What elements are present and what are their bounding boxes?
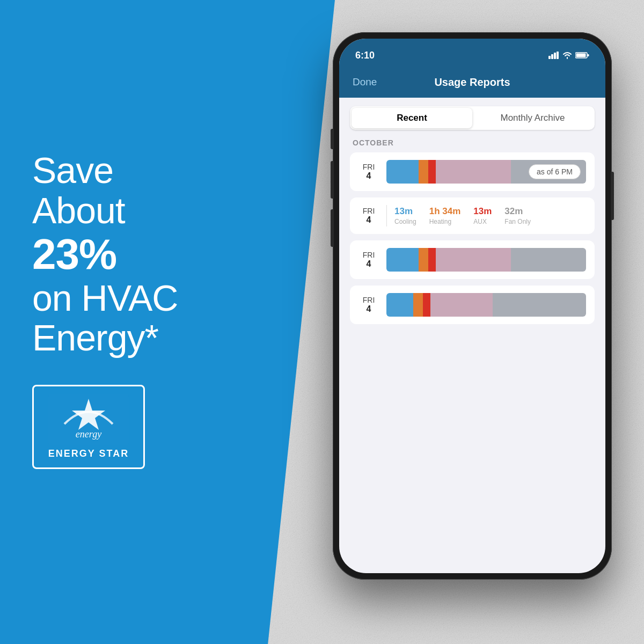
status-time: 6:10: [355, 50, 375, 61]
usage-row-4[interactable]: FRI 4: [350, 286, 595, 324]
headline-text: Save About 23% on HVAC Energy*: [32, 150, 178, 358]
status-icons: [548, 52, 589, 59]
usage-row-stats[interactable]: FRI 4 13m Cooling 1h 34m Heating: [350, 197, 595, 234]
day-label-3: FRI 4: [358, 251, 379, 269]
phone-wrapper: 6:10: [317, 32, 628, 601]
as-of-badge: as of 6 PM: [529, 164, 581, 179]
bar-fanonly-4: [430, 293, 493, 317]
headline-line2: About: [32, 191, 178, 231]
bar-aux-3: [428, 248, 436, 272]
energy-star-badge: energy ENERGY STAR: [32, 385, 145, 469]
stat-cooling: 13m Cooling: [394, 206, 416, 225]
headline-line3: 23%: [32, 231, 178, 278]
headline-line4: on HVAC: [32, 278, 178, 318]
signal-icon: [548, 52, 559, 59]
day-label-stats: FRI 4: [358, 207, 379, 225]
left-panel: Save About 23% on HVAC Energy* energy EN…: [32, 150, 178, 469]
power-button[interactable]: [611, 172, 614, 220]
bar-aux-1: [428, 160, 436, 184]
bar-chart-1: as of 6 PM: [386, 160, 586, 184]
day-label-4: FRI 4: [358, 296, 379, 314]
svg-rect-5: [554, 53, 556, 59]
segment-control: Recent Monthly Archive: [350, 106, 595, 130]
svg-rect-9: [576, 54, 586, 57]
stat-heating: 1h 34m Heating: [429, 206, 461, 225]
volume-up-button[interactable]: [331, 129, 334, 149]
done-button[interactable]: Done: [353, 76, 377, 88]
bar-aux-4: [423, 293, 430, 317]
energy-star-label: ENERGY STAR: [48, 448, 129, 459]
day-label-1: FRI 4: [358, 163, 379, 181]
bar-empty-4: [493, 293, 586, 317]
headline-line1: Save: [32, 150, 178, 191]
silent-switch[interactable]: [331, 209, 334, 247]
section-header-october: OCTOBER: [350, 138, 595, 147]
phone-screen: 6:10: [339, 39, 605, 573]
svg-rect-4: [551, 54, 553, 59]
bar-fanonly-3: [436, 248, 511, 272]
svg-rect-3: [548, 56, 551, 59]
stats-values: 13m Cooling 1h 34m Heating 13m AUX 32m: [394, 206, 531, 225]
content-area: OCTOBER FRI 4 as of 6 PM: [339, 138, 605, 324]
svg-text:energy: energy: [76, 429, 101, 440]
usage-row-1[interactable]: FRI 4 as of 6 PM: [350, 152, 595, 191]
bar-heating-3: [419, 248, 428, 272]
bar-chart-4: [386, 293, 586, 317]
svg-rect-8: [588, 54, 589, 56]
svg-rect-6: [557, 52, 559, 59]
stat-divider: [386, 205, 387, 226]
bar-cooling-3: [386, 248, 419, 272]
usage-row-3[interactable]: FRI 4: [350, 240, 595, 279]
bar-cooling-4: [386, 293, 413, 317]
nav-title: Usage Reports: [434, 76, 510, 89]
phone-outer: 6:10: [333, 32, 612, 580]
status-bar: 6:10: [339, 39, 605, 67]
headline-line5: Energy*: [32, 318, 178, 358]
bar-heating-4: [413, 293, 423, 317]
volume-down-button[interactable]: [331, 161, 334, 199]
bar-cooling-1: [386, 160, 419, 184]
bar-heating-1: [419, 160, 428, 184]
wifi-icon: [562, 52, 572, 59]
segment-recent[interactable]: Recent: [352, 108, 472, 128]
bar-chart-3: [386, 248, 586, 272]
bar-fanonly-1: [436, 160, 511, 184]
nav-bar: Done Usage Reports: [339, 67, 605, 98]
battery-icon: [575, 52, 589, 59]
bar-empty-3: [511, 248, 586, 272]
stat-fanonly: 32m Fan Only: [504, 206, 531, 225]
energy-star-logo: energy: [48, 394, 129, 445]
segment-monthly-archive[interactable]: Monthly Archive: [472, 108, 593, 128]
stat-aux: 13m AUX: [473, 206, 492, 225]
